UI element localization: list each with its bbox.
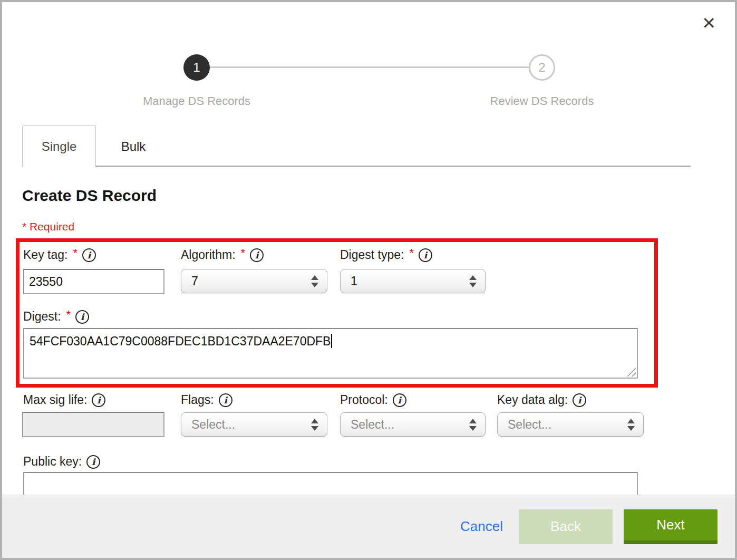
digest-type-label: Digest type:: [340, 248, 404, 262]
algorithm-select-value: 7: [191, 274, 311, 288]
digest-type-select-value: 1: [351, 274, 469, 288]
flags-select[interactable]: Select...: [181, 412, 327, 437]
key-data-alg-label-row: Key data alg: i: [497, 393, 586, 407]
page-title: Create DS Record: [22, 187, 157, 205]
required-asterisk: *: [409, 246, 414, 260]
resize-handle-icon[interactable]: [627, 368, 636, 376]
next-button[interactable]: Next: [624, 509, 717, 544]
key-tag-label-row: Key tag: * i: [23, 248, 96, 262]
create-ds-record-modal: ✕ 1 2 Manage DS Records Review DS Record…: [0, 0, 737, 560]
tab-single[interactable]: Single: [22, 125, 96, 167]
max-sig-life-info-icon[interactable]: i: [92, 393, 105, 407]
algorithm-label-row: Algorithm: * i: [181, 248, 264, 262]
protocol-label: Protocol:: [340, 393, 388, 407]
stepper-step-2-circle: 2: [529, 54, 555, 81]
cancel-button[interactable]: Cancel: [460, 518, 503, 535]
max-sig-life-input[interactable]: [22, 412, 164, 437]
select-arrows-icon: [469, 419, 477, 431]
algorithm-label: Algorithm:: [181, 248, 236, 262]
algorithm-info-icon[interactable]: i: [250, 248, 264, 262]
required-note: * Required: [22, 220, 74, 233]
digest-label-row: Digest: * i: [23, 310, 89, 324]
required-asterisk: *: [73, 246, 77, 260]
stepper-step-1-circle: 1: [183, 54, 210, 81]
back-button[interactable]: Back: [519, 509, 613, 544]
max-sig-life-label-row: Max sig life: i: [23, 393, 105, 407]
public-key-label-row: Public key: i: [23, 455, 100, 469]
flags-label-row: Flags: i: [181, 393, 232, 407]
flags-info-icon[interactable]: i: [219, 393, 232, 407]
digest-type-select[interactable]: 1: [340, 269, 486, 293]
protocol-select-value: Select...: [351, 418, 469, 432]
digest-type-info-icon[interactable]: i: [419, 248, 432, 262]
required-asterisk: *: [241, 246, 246, 260]
flags-label: Flags:: [181, 393, 214, 407]
modal-footer: Cancel Back Next: [2, 495, 735, 558]
digest-type-label-row: Digest type: * i: [340, 248, 432, 262]
select-arrows-icon: [311, 419, 318, 431]
stepper-connector-line: [210, 66, 534, 68]
digest-info-icon[interactable]: i: [75, 310, 89, 324]
key-tag-input[interactable]: [23, 269, 164, 294]
public-key-info-icon[interactable]: i: [86, 455, 100, 469]
max-sig-life-label: Max sig life:: [23, 393, 87, 407]
flags-select-value: Select...: [191, 418, 311, 432]
stepper-step-1-label: Manage DS Records: [143, 94, 250, 108]
digest-label: Digest:: [23, 310, 61, 324]
public-key-label: Public key:: [23, 455, 82, 469]
select-arrows-icon: [469, 275, 477, 287]
text-cursor: [331, 334, 332, 348]
tab-bulk[interactable]: Bulk: [96, 125, 170, 167]
protocol-info-icon[interactable]: i: [393, 393, 406, 407]
select-arrows-icon: [311, 275, 318, 287]
key-data-alg-select[interactable]: Select...: [497, 412, 644, 437]
required-asterisk: *: [66, 308, 71, 322]
digest-textarea[interactable]: 54FCF030AA1C79C0088FDEC1BD1C37DAA2E70DFB: [23, 328, 638, 379]
stepper-step-2-label: Review DS Records: [490, 94, 594, 108]
select-arrows-icon: [627, 419, 635, 431]
close-icon[interactable]: ✕: [702, 15, 716, 32]
key-data-alg-label: Key data alg:: [497, 393, 568, 407]
digest-value: 54FCF030AA1C79C0088FDEC1BD1C37DAA2E70DFB: [30, 334, 331, 348]
key-data-alg-info-icon[interactable]: i: [573, 393, 586, 407]
algorithm-select[interactable]: 7: [181, 269, 327, 293]
key-tag-info-icon[interactable]: i: [82, 248, 96, 262]
protocol-select[interactable]: Select...: [340, 412, 486, 437]
protocol-label-row: Protocol: i: [340, 393, 406, 407]
key-data-alg-select-value: Select...: [508, 418, 627, 432]
key-tag-label: Key tag:: [23, 248, 67, 262]
